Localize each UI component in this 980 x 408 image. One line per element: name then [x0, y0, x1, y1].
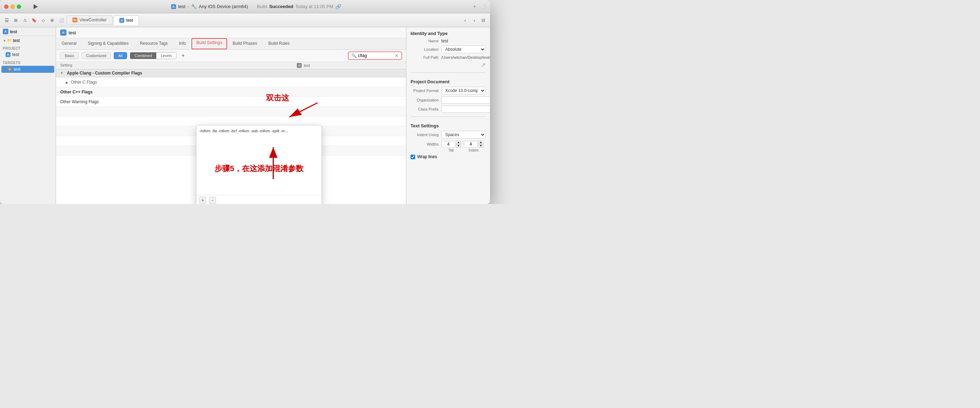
rp-wrap-lines-checkbox[interactable] [410, 155, 415, 159]
test-tab-label: test [126, 18, 133, 23]
forward-btn[interactable]: › [470, 16, 478, 24]
settings-row-other-cpp-flags[interactable]: Other C++ Flags [56, 87, 406, 97]
traffic-lights [4, 5, 21, 9]
rp-tab-width-input[interactable] [441, 141, 455, 147]
viewcontroller-tab-icon: m [72, 17, 77, 22]
tab-build-settings[interactable]: Build Settings [191, 38, 227, 49]
scheme-name: Any iOS Device (arm64) [199, 4, 248, 9]
target-item-label: test [14, 67, 20, 72]
section-disclosure[interactable]: ▼ [60, 71, 64, 75]
rp-name-row: Name test [406, 37, 490, 44]
separator: › [188, 4, 189, 9]
toolbar-btn-5[interactable]: ⊕ [48, 16, 56, 24]
tab-general[interactable]: General [56, 38, 82, 49]
link-icon: 🔗 [335, 4, 341, 10]
filter-levels-btn[interactable]: Levels [156, 52, 177, 59]
popup-remove-btn[interactable]: - [209, 197, 216, 204]
toolbar-btn-2[interactable]: ⚠ [21, 16, 29, 24]
sidebar-toggle-btn[interactable]: ☰ [3, 16, 11, 24]
toolbar-btn-3[interactable]: 🔖 [30, 16, 38, 24]
rp-indent-using-label: Indent Using [410, 133, 439, 137]
minimize-button[interactable] [11, 5, 15, 9]
sidebar-item-project-test[interactable]: A test [0, 51, 56, 58]
project-nav: A test [56, 27, 406, 38]
filter-all-btn[interactable]: All [114, 52, 127, 59]
search-box: 🔍 ✕ [348, 52, 402, 59]
indent-width-up[interactable]: ▲ [479, 141, 484, 144]
rp-class-prefix-label: Class Prefix [410, 107, 439, 111]
rp-indent-using-select[interactable]: Spaces [441, 131, 486, 138]
tab-info[interactable]: Info [173, 38, 191, 49]
indent-width-down[interactable]: ▼ [479, 144, 484, 148]
filter-add-btn[interactable]: + [179, 52, 187, 59]
header-value-text: test [304, 64, 310, 68]
rp-indent-width-input[interactable] [464, 141, 478, 147]
rp-widths-values: ▲ ▼ Tab [441, 141, 461, 152]
tab-build-phases[interactable]: Build Phases [227, 38, 263, 49]
tab-width-up[interactable]: ▲ [456, 141, 461, 144]
project-item-label: test [12, 52, 19, 57]
rp-location-select[interactable]: Absolute [441, 46, 486, 53]
tab-viewcontroller[interactable]: m ViewController [67, 15, 113, 24]
rp-project-format-select[interactable]: Xcode 13.0-compatible [441, 87, 486, 94]
search-input[interactable] [358, 53, 393, 58]
toolbar-btn-1[interactable]: ⊞ [12, 16, 20, 24]
tab-build-rules[interactable]: Build Rules [263, 38, 295, 49]
tab-width-down[interactable]: ▼ [456, 144, 461, 148]
rp-class-prefix-row: Class Prefix [406, 105, 490, 114]
popup-add-btn[interactable]: + [199, 197, 206, 204]
rp-organization-row: Organization [406, 95, 490, 105]
rp-fullpath-label: Full Path [410, 55, 439, 59]
rp-wrap-lines-row: Wrap lines [406, 153, 490, 160]
header-setting-col: Setting [60, 63, 297, 68]
project-icon: A [171, 4, 176, 9]
targets-section-header: TARGETS [0, 58, 56, 65]
other-c-flags-label: ▶ Other C Flags [60, 80, 297, 85]
fullpath-reveal-icon[interactable]: ↗ [480, 62, 486, 68]
filter-customized-btn[interactable]: Customized [81, 52, 111, 59]
settings-row-other-warning-flags[interactable]: Other Warning Flags [56, 97, 406, 107]
search-clear-icon[interactable]: ✕ [395, 53, 399, 59]
toolbar-btn-4[interactable]: ◇ [39, 16, 47, 24]
content-project-name: test [68, 30, 76, 35]
toolbar-btn-6[interactable]: ⬜ [57, 16, 65, 24]
tab-resource-tags[interactable]: Resource Tags [134, 38, 173, 49]
text-settings-title: Text Settings [406, 120, 490, 130]
filter-bar: Basic Customized All Combined Levels + 🔍… [56, 50, 406, 62]
content-area: A test General Signing & Capabilities Re… [56, 27, 406, 204]
rp-project-format-row: Project Format Xcode 13.0-compatible [406, 86, 490, 95]
rp-class-prefix-input[interactable] [441, 106, 490, 113]
rp-organization-input[interactable] [441, 97, 490, 103]
rp-indent-using-row: Indent Using Spaces [406, 130, 490, 140]
filter-combined-btn[interactable]: Combined [130, 52, 156, 59]
project-folder-item: test [13, 38, 20, 43]
run-button[interactable] [31, 2, 41, 11]
popup-panel: -mllvm -fla -mllvm -bcf -mllvm -sub -mll… [196, 125, 322, 204]
split-editor-btn[interactable]: ⊟ [479, 16, 487, 24]
rp-wrap-lines-label: Wrap lines [417, 154, 437, 159]
popup-value-text: -mllvm -fla -mllvm -bcf -mllvm -sub -mll… [199, 129, 288, 133]
filter-basic-btn[interactable]: Basic [60, 52, 79, 59]
split-view-icon[interactable]: ⬜ [480, 4, 486, 10]
tab-signing[interactable]: Signing & Capabilities [82, 38, 134, 49]
project-item-icon: A [6, 52, 11, 57]
rp-indent-width-container: ▲ ▼ Indent [464, 141, 484, 152]
rp-fullpath-row: Full Path /Users/witchan/Desktop/test/te… [406, 54, 490, 60]
popup-footer: + - [196, 195, 321, 204]
test-tab-icon: A [119, 18, 124, 23]
build-label: Build [257, 4, 267, 9]
nav-tabs: General Signing & Capabilities Resource … [56, 38, 406, 50]
tab-test[interactable]: A test [113, 15, 139, 25]
project-disclosure[interactable]: ▼ [3, 39, 6, 43]
settings-row-other-c-flags[interactable]: ▶ Other C Flags [56, 77, 406, 87]
rp-fullpath-value: /Users/witchan/Desktop/test/test.xcodepr… [441, 55, 490, 59]
window-controls: + ⬜ [472, 4, 486, 10]
close-button[interactable] [4, 5, 8, 9]
back-btn[interactable]: ‹ [461, 16, 469, 24]
c-flags-disclosure[interactable]: ▶ [66, 81, 68, 84]
add-icon[interactable]: + [472, 4, 477, 10]
right-panel: Identity and Type Name test Location Abs… [406, 27, 490, 204]
maximize-button[interactable] [17, 5, 21, 9]
rp-organization-label: Organization [410, 98, 439, 102]
sidebar-item-target-test[interactable]: ⚙ test [2, 66, 54, 73]
